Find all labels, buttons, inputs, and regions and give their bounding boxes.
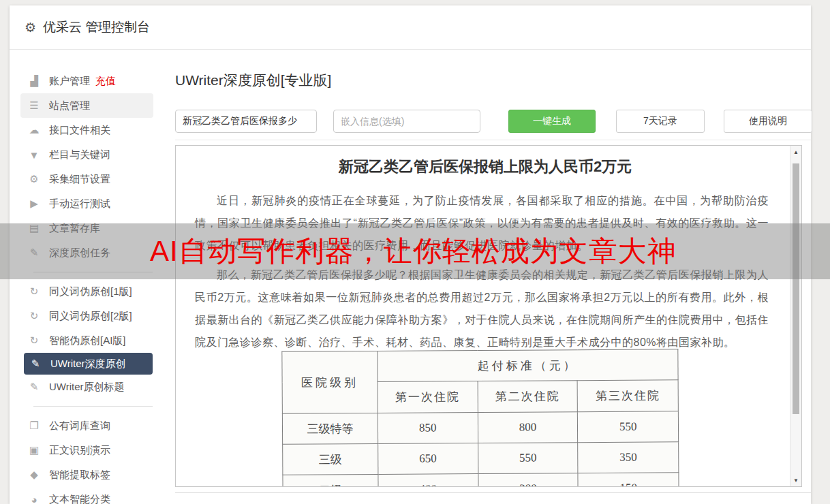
usage-help-button[interactable]: 使用说明 (724, 110, 812, 133)
sidebar-item-label: UWriter原创标题 (49, 381, 125, 394)
pie-chart-icon: ◕ (27, 494, 41, 504)
sidebar-divider (33, 272, 153, 272)
table-cell-level: 三级特等 (282, 413, 378, 444)
vertical-scrollbar[interactable]: ▲ ▼ (790, 146, 801, 486)
sidebar-item-gears-normal[interactable]: ⚙采集细节设置 (10, 167, 173, 191)
sidebar-item-refresh-normal[interactable]: ↻智能伪原创[AI版] (10, 328, 173, 353)
article-paragraph: 那么，新冠乙类乙管后医保报多少呢？根据国家卫生健康委员会的相关规定，新冠乙类乙管… (195, 264, 769, 353)
table-header-third-stay: 第三次住院 (577, 380, 678, 412)
table-header-hospital-level: 医院级别 (282, 351, 378, 413)
sidebar-item-label: 栏目与关键词 (49, 148, 110, 161)
refresh-icon: ↻ (27, 285, 41, 298)
recharge-badge[interactable]: 充值 (95, 75, 116, 88)
sidebar-item-server-hover[interactable]: ☰站点管理 (20, 93, 153, 118)
scroll-down-arrow-icon[interactable]: ▼ (790, 475, 801, 486)
sidebar-item-refresh-normal[interactable]: ↻同义词伪原创[2版] (10, 304, 173, 328)
scrollbar-thumb[interactable] (793, 163, 799, 414)
keyword-input[interactable] (175, 110, 317, 133)
sidebar-item-label: 手动运行测试 (49, 198, 110, 210)
sidebar-item-tag-normal[interactable]: ◆智能提取标签 (10, 462, 173, 487)
sidebar-item-cloud-upload-normal[interactable]: ☁接口文件相关 (10, 118, 173, 142)
sidebar-item-database-normal[interactable]: ▤文章暂存库 (10, 216, 173, 240)
sidebar-item-label: 公有词库查询 (49, 420, 110, 432)
sidebar-divider (33, 406, 153, 407)
toolbar-divider (175, 140, 811, 140)
sidebar-item-label: 站点管理 (49, 99, 90, 112)
generate-button[interactable]: 一键生成 (508, 110, 596, 133)
page-title: UWriter深度原创[专业版] (175, 71, 331, 90)
sidebar-item-edit-normal[interactable]: ✎UWriter原创标题 (10, 375, 173, 399)
table-cell-value: 400 (378, 474, 478, 487)
table-cell-value: 550 (578, 411, 679, 443)
database-icon: ▤ (27, 222, 41, 234)
app-header: ⚙ 优采云 管理控制台 (10, 5, 811, 50)
table-row: 三级650550350 (283, 442, 679, 475)
article-paragraph: 近日，新冠肺炎的疫情正在全球蔓延，为了防止疫情发展，各国都采取了相应的措施。在中… (195, 189, 769, 257)
table-cell-value: 300 (478, 473, 578, 487)
refresh-icon: ↻ (27, 310, 41, 322)
sidebar-item-bar-chart-normal[interactable]: ▟账户管理充值 (10, 69, 173, 93)
sidebar-item-label: 文本智能分类 (49, 493, 110, 504)
hospital-deductible-table: 医院级别 起付标准（元） 第一次住院 第二次住院 第三次住院 三级特等85080… (281, 349, 679, 487)
sidebar-item-filter-normal[interactable]: ▼栏目与关键词 (10, 142, 173, 167)
article-preview-panel: 新冠乙类乙管后医保报销上限为人民币2万元 近日，新冠肺炎的疫情正在全球蔓延，为了… (175, 145, 802, 487)
tag-icon: ◆ (27, 469, 41, 481)
sidebar-item-monitor-normal[interactable]: ▣正文识别演示 (10, 438, 173, 462)
sidebar-item-book-normal[interactable]: ❐公有词库查询 (10, 413, 173, 438)
sidebar-item-label: 智能伪原创[AI版] (49, 334, 126, 347)
table-cell-level: 三级 (283, 443, 378, 475)
sidebar-item-label: 深度原创任务 (49, 247, 110, 259)
table-header-deductible-group: 起付标准（元） (378, 349, 678, 382)
scroll-up-arrow-icon[interactable]: ▲ (790, 146, 801, 157)
sidebar-item-label: 采集细节设置 (49, 173, 110, 186)
sidebar-item-label: UWriter深度原创 (50, 358, 126, 371)
sidebar-item-label: 正文识别演示 (49, 444, 110, 457)
gear-icon: ⚙ (25, 20, 36, 35)
edit-icon: ✎ (27, 381, 41, 393)
cloud-upload-icon: ☁ (27, 124, 41, 136)
footer-divider (175, 492, 811, 493)
seven-day-records-button[interactable]: 7天记录 (616, 110, 705, 133)
server-icon: ☰ (27, 99, 41, 112)
monitor-icon: ▣ (27, 444, 41, 456)
sidebar-item-edit-normal[interactable]: ✎深度原创任务 (10, 240, 173, 265)
table-cell-value: 850 (378, 413, 478, 444)
sidebar-item-label: 文章暂存库 (49, 222, 100, 235)
sidebar-item-edit-selected[interactable]: ✎UWriter深度原创 (24, 353, 153, 375)
table-cell-value: 800 (478, 412, 578, 443)
sidebar-item-pie-chart-normal[interactable]: ◕文本智能分类 (10, 487, 173, 504)
bar-chart-icon: ▟ (27, 75, 41, 87)
gears-icon: ⚙ (27, 173, 41, 185)
embed-info-input[interactable] (333, 110, 480, 133)
sidebar-item-label: 智能提取标签 (49, 469, 110, 482)
table-header-second-stay: 第二次住院 (478, 381, 578, 413)
book-icon: ❐ (27, 420, 41, 432)
article-body: 近日，新冠肺炎的疫情正在全球蔓延，为了防止疫情发展，各国都采取了相应的措施。在中… (195, 189, 769, 353)
table-row: 三级特等850800550 (282, 411, 678, 445)
edit-icon: ✎ (27, 247, 41, 259)
table-cell-value: 650 (378, 443, 478, 475)
filter-icon: ▼ (27, 149, 41, 161)
table-cell-value: 550 (478, 443, 578, 474)
sidebar-item-label: 接口文件相关 (49, 124, 110, 137)
table-header-first-stay: 第一次住院 (378, 381, 478, 413)
table-row: 二级400300150 (283, 473, 679, 487)
edit-icon: ✎ (29, 358, 42, 370)
app-title: 优采云 管理控制台 (43, 18, 150, 36)
sidebar-nav: ▟账户管理充值☰站点管理☁接口文件相关▼栏目与关键词⚙采集细节设置▶手动运行测试… (10, 69, 173, 504)
sidebar-item-label: 账户管理 (49, 75, 90, 88)
sidebar-item-label: 同义词伪原创[2版] (49, 310, 132, 323)
play-circle-icon: ▶ (27, 198, 41, 210)
sidebar-item-label: 同义词伪原创[1版] (49, 285, 132, 298)
article-title: 新冠乙类乙管后医保报销上限为人民币2万元 (196, 157, 774, 177)
table-cell-value: 350 (578, 442, 679, 473)
sidebar-item-refresh-normal[interactable]: ↻同义词伪原创[1版] (10, 279, 173, 304)
refresh-icon: ↻ (27, 334, 41, 347)
sidebar-item-play-circle-normal[interactable]: ▶手动运行测试 (10, 191, 173, 216)
table-cell-level: 二级 (283, 474, 378, 487)
app-window: ⚙ 优采云 管理控制台 ▟账户管理充值☰站点管理☁接口文件相关▼栏目与关键词⚙采… (10, 5, 811, 504)
table-cell-value: 150 (578, 473, 679, 487)
